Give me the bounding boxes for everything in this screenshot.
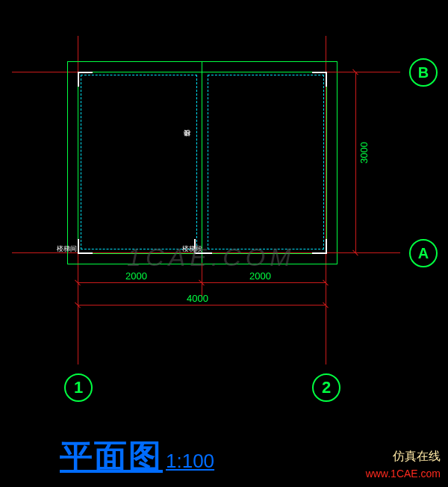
axis-label-A: A — [418, 245, 429, 262]
corner-tr — [312, 72, 327, 87]
corner-br — [312, 239, 327, 254]
dim-2000-left: 2000 — [125, 270, 147, 282]
title-ratio: 1:100 — [166, 450, 214, 473]
dim-2000-right: 2000 — [249, 270, 271, 282]
dim-ext — [336, 252, 373, 253]
dash-room-left — [81, 75, 197, 249]
corner-bl — [78, 239, 93, 254]
watermark-brand-cn: 仿真在线 — [393, 449, 441, 465]
label-bottom-left: 楼梯间 — [57, 244, 77, 254]
dim-line-3000 — [355, 72, 356, 252]
watermark-center: 1CAE.COM — [127, 243, 296, 272]
axis-bubble-A: A — [409, 239, 438, 267]
wall-partition — [202, 61, 202, 263]
dim-ext — [336, 72, 373, 72]
axis-bubble-2: 2 — [312, 373, 340, 402]
axis-label-1: 1 — [74, 378, 83, 397]
title-text: 平面图 — [60, 435, 163, 479]
axis-label-B: B — [418, 64, 429, 81]
drawing-title: 平面图 1:100 — [60, 435, 214, 479]
corner-tl — [78, 72, 93, 87]
dim-3000: 3000 — [358, 142, 370, 164]
axis-label-2: 2 — [322, 378, 331, 397]
axis-bubble-B: B — [409, 58, 438, 87]
watermark-brand-url: www.1CAE.com — [366, 468, 441, 480]
dash-room-right — [208, 75, 324, 249]
axis-bubble-1: 1 — [64, 373, 93, 402]
cad-plan-view: 楼梯 楼梯间 楼梯段 3000 2000 2000 4000 B A 1 2 1… — [0, 0, 448, 487]
dim-line-4000 — [78, 305, 326, 305]
dim-4000: 4000 — [187, 293, 208, 304]
